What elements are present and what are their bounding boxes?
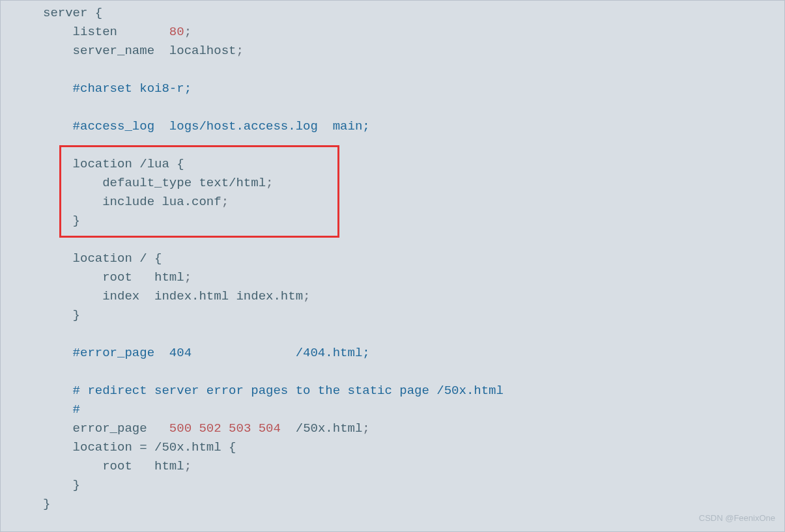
code-number: 80: [169, 25, 184, 39]
code-punct: ;: [184, 270, 192, 285]
code-line: server {: [43, 6, 102, 20]
code-punct: ;: [184, 459, 192, 473]
code-line: location = /50x.html {: [43, 440, 236, 455]
code-line: }: [43, 214, 80, 228]
code-punct: ;: [221, 195, 229, 209]
code-number: 500: [169, 421, 192, 436]
code-block: server { listen 80; server_name localhos…: [1, 1, 784, 514]
code-comment: #error_page 404 /404.html;: [43, 346, 370, 360]
code-line: }: [43, 308, 80, 322]
code-line: include lua.conf: [43, 195, 221, 209]
code-line: root html: [43, 270, 184, 285]
code-line: [251, 421, 258, 436]
code-comment: #access_log logs/host.access.log main;: [43, 119, 370, 133]
code-line: location /lua {: [43, 157, 184, 171]
code-line: default_type text/html: [43, 176, 266, 190]
code-line: location / {: [43, 251, 162, 266]
code-comment: #charset koi8-r;: [43, 81, 192, 96]
code-line: }: [43, 478, 80, 492]
code-line: }: [43, 497, 50, 511]
code-punct: ;: [184, 25, 192, 39]
code-number: 504: [259, 421, 281, 436]
code-comment: # redirect server error pages to the sta…: [43, 384, 504, 398]
code-line: /50x.html: [281, 421, 362, 436]
code-line: error_page: [43, 421, 169, 436]
code-punct: ;: [266, 176, 273, 190]
code-line: [221, 421, 229, 436]
code-line: root html: [43, 459, 184, 473]
code-line: index index.html index.htm: [43, 289, 303, 303]
code-punct: ;: [303, 289, 310, 303]
code-comment: #: [43, 402, 80, 417]
code-line: listen: [43, 25, 169, 39]
code-punct: ;: [236, 44, 243, 58]
code-line: [192, 421, 199, 436]
code-line: server_name localhost: [43, 44, 236, 58]
watermark-text: CSDN @FeenixOne: [699, 509, 775, 527]
code-punct: ;: [362, 421, 369, 436]
code-number: 503: [229, 421, 251, 436]
code-number: 502: [199, 421, 221, 436]
